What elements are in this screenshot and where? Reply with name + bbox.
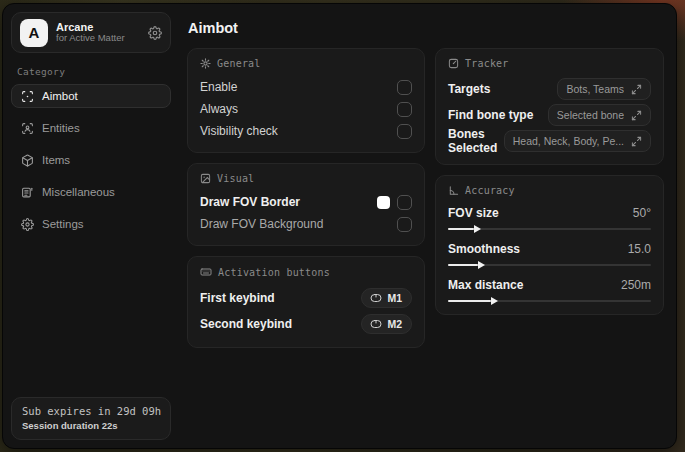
accuracy-panel-header: Accuracy	[448, 185, 651, 196]
sidebar-item-label: Settings	[42, 218, 84, 230]
dropdown-value: Bots, Teams	[566, 83, 624, 95]
visibility-check-checkbox[interactable]	[397, 124, 412, 139]
cube-icon	[21, 154, 34, 167]
fov-border-color-swatch[interactable]	[377, 196, 390, 209]
angle-icon	[448, 185, 459, 196]
setting-label: First keybind	[200, 291, 275, 305]
expand-icon	[631, 110, 642, 121]
setting-label: Enable	[200, 80, 237, 94]
slider-thumb[interactable]	[478, 261, 485, 269]
smoothness-slider[interactable]	[448, 264, 651, 266]
category-nav: Aimbot Entities Items	[11, 84, 171, 239]
slider-label: FOV size	[448, 206, 499, 220]
panel-title: General	[217, 58, 261, 69]
panel-title: Visual	[217, 173, 254, 184]
radar-icon	[448, 58, 459, 69]
sidebar-item-miscellaneous[interactable]: Miscellaneous	[11, 180, 171, 204]
keybind-value: M2	[387, 318, 402, 330]
smoothness-slider-group: Smoothness 15.0	[448, 239, 651, 266]
sub-expiry-text: Sub expires in 29d 09h	[22, 405, 160, 417]
slider-label: Max distance	[448, 278, 523, 292]
setting-row-find-bone-type: Find bone type Selected bone	[448, 102, 651, 128]
setting-label: Visibility check	[200, 124, 278, 138]
tracker-panel: Tracker Targets Bots, Teams	[435, 48, 664, 165]
fov-size-slider[interactable]	[448, 228, 651, 230]
panel-title: Accuracy	[465, 185, 515, 196]
gear-icon	[200, 58, 211, 69]
keybind-value: M1	[387, 292, 402, 304]
app-header-card: A Arcane for Active Matter	[11, 12, 171, 53]
slider-value: 50°	[633, 206, 651, 220]
first-keybind-button[interactable]: M1	[361, 288, 412, 308]
visual-panel: Visual Draw FOV Border Draw FOV Backgrou…	[187, 163, 425, 246]
find-bone-type-dropdown[interactable]: Selected bone	[548, 104, 651, 126]
activation-buttons-panel: Activation buttons First keybind M1	[187, 256, 425, 348]
app-meta: Arcane for Active Matter	[56, 21, 140, 45]
slider-thumb[interactable]	[491, 297, 498, 305]
max-distance-slider[interactable]	[448, 300, 651, 302]
right-column: Tracker Targets Bots, Teams	[435, 48, 664, 315]
dropdown-value: Selected bone	[557, 109, 624, 121]
game-background: A Arcane for Active Matter Category Aimb…	[0, 0, 685, 452]
tracker-panel-header: Tracker	[448, 58, 651, 69]
sidebar-item-label: Miscellaneous	[42, 186, 115, 198]
setting-row-first-keybind: First keybind M1	[200, 285, 412, 311]
setting-label: Targets	[448, 82, 490, 96]
expand-icon	[631, 136, 642, 147]
draw-fov-border-checkbox[interactable]	[397, 195, 412, 210]
sidebar-item-aimbot[interactable]: Aimbot	[11, 84, 171, 108]
bones-selected-dropdown[interactable]: Head, Neck, Body, Pe...	[504, 130, 651, 152]
session-duration-text: Session duration 22s	[22, 420, 160, 431]
setting-row-visibility-check: Visibility check	[200, 120, 412, 142]
dropdown-value: Head, Neck, Body, Pe...	[513, 135, 624, 147]
arcane-menu-window: A Arcane for Active Matter Category Aimb…	[2, 3, 677, 449]
enable-checkbox[interactable]	[397, 80, 412, 95]
visual-panel-header: Visual	[200, 173, 412, 184]
sidebar-item-label: Items	[42, 154, 70, 166]
subscription-info-card: Sub expires in 29d 09h Session duration …	[11, 397, 171, 440]
page-title: Aimbot	[188, 20, 664, 36]
image-icon	[200, 173, 211, 184]
setting-label: Always	[200, 102, 238, 116]
sidebar-item-items[interactable]: Items	[11, 148, 171, 172]
category-label: Category	[17, 66, 167, 77]
draw-fov-background-checkbox[interactable]	[397, 217, 412, 232]
slider-thumb[interactable]	[474, 225, 481, 233]
setting-label: Second keybind	[200, 317, 292, 331]
sidebar-item-entities[interactable]: Entities	[11, 116, 171, 140]
setting-label: Bones Selected	[448, 127, 504, 155]
list-panel-icon	[21, 186, 34, 199]
mouse-icon	[370, 319, 382, 329]
slider-value: 15.0	[628, 242, 651, 256]
gear-icon[interactable]	[148, 26, 162, 40]
setting-label: Draw FOV Background	[200, 217, 323, 231]
keyboard-icon	[200, 266, 212, 278]
setting-row-enable: Enable	[200, 76, 412, 98]
expand-icon	[631, 84, 642, 95]
setting-label: Find bone type	[448, 108, 533, 122]
panel-title: Activation buttons	[218, 267, 330, 278]
setting-row-targets: Targets Bots, Teams	[448, 76, 651, 102]
setting-row-always: Always	[200, 98, 412, 120]
panel-title: Tracker	[465, 58, 509, 69]
person-scan-icon	[21, 122, 34, 135]
fov-size-slider-group: FOV size 50°	[448, 203, 651, 230]
sidebar-item-label: Aimbot	[42, 90, 78, 102]
app-logo: A	[20, 19, 48, 47]
second-keybind-button[interactable]: M2	[361, 314, 412, 334]
accuracy-panel: Accuracy FOV size 50°	[435, 175, 664, 315]
general-panel: General Enable Always Visibility check	[187, 48, 425, 153]
setting-row-draw-fov-border: Draw FOV Border	[200, 191, 412, 213]
always-checkbox[interactable]	[397, 102, 412, 117]
mouse-icon	[370, 293, 382, 303]
targets-dropdown[interactable]: Bots, Teams	[557, 78, 651, 100]
left-column: General Enable Always Visibility check	[187, 48, 425, 348]
app-subtitle: for Active Matter	[56, 33, 140, 44]
setting-label: Draw FOV Border	[200, 195, 300, 209]
slider-label: Smoothness	[448, 242, 520, 256]
setting-row-second-keybind: Second keybind M2	[200, 311, 412, 337]
sidebar-item-settings[interactable]: Settings	[11, 212, 171, 236]
sidebar-item-label: Entities	[42, 122, 80, 134]
general-panel-header: General	[200, 58, 412, 69]
activation-panel-header: Activation buttons	[200, 266, 412, 278]
